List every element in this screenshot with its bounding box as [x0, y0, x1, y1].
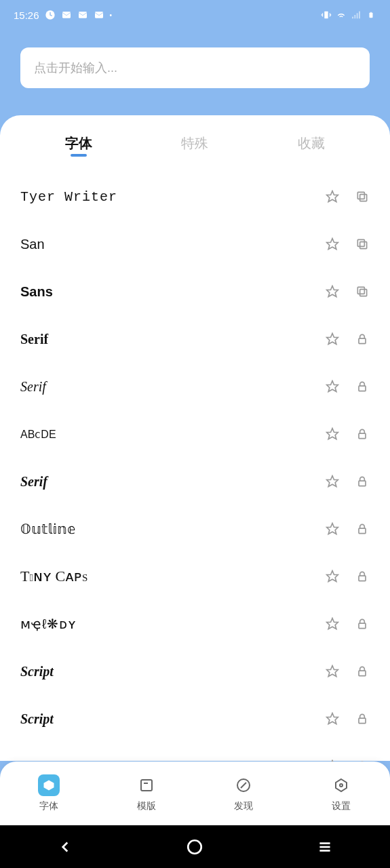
font-name: San — [20, 237, 45, 252]
font-row[interactable]: 𝕆𝕦𝕥𝕝𝕚𝕟𝕖 — [20, 505, 370, 553]
star-icon[interactable] — [325, 332, 340, 347]
lock-icon[interactable] — [355, 616, 370, 631]
svg-marker-46 — [336, 779, 347, 791]
font-name: Tyer Writer — [20, 189, 117, 205]
star-icon[interactable] — [325, 521, 340, 536]
nav-templates-icon — [136, 774, 157, 796]
lock-icon[interactable] — [355, 474, 370, 489]
svg-rect-15 — [360, 242, 367, 249]
font-row[interactable]: Serif — [20, 363, 370, 410]
lock-icon[interactable] — [355, 379, 370, 394]
nav-fonts[interactable]: T 字体 — [38, 774, 60, 812]
lock-icon[interactable] — [355, 332, 370, 347]
svg-rect-27 — [359, 481, 366, 486]
nav-settings[interactable]: 设置 — [330, 774, 352, 812]
star-icon[interactable] — [325, 427, 340, 441]
star-icon[interactable] — [325, 379, 340, 394]
font-actions — [325, 284, 370, 299]
svg-rect-18 — [360, 290, 367, 296]
font-name: ABᴄDE — [20, 428, 56, 441]
status-bar: 15:26 • — [0, 0, 390, 30]
font-actions — [325, 616, 370, 631]
nav-templates-label: 模版 — [137, 800, 156, 812]
font-name: Serif — [20, 332, 48, 347]
svg-rect-4 — [324, 12, 328, 19]
copy-icon[interactable] — [355, 189, 370, 204]
svg-marker-28 — [327, 524, 338, 534]
nav-fonts-label: 字体 — [39, 800, 58, 812]
status-clock-icon — [45, 9, 56, 20]
svg-rect-6 — [354, 15, 355, 18]
font-actions — [325, 569, 370, 584]
font-row[interactable]: Tyer Writer — [20, 173, 370, 220]
vibrate-icon — [321, 9, 332, 20]
search-input[interactable]: 点击开始输入... — [20, 47, 370, 88]
lock-icon[interactable] — [355, 569, 370, 584]
sys-back-button[interactable] — [38, 838, 92, 856]
signal-icon — [351, 9, 362, 20]
sys-recent-button[interactable] — [298, 838, 352, 856]
star-icon[interactable] — [325, 237, 340, 252]
font-row[interactable]: ABᴄDE — [20, 410, 370, 458]
font-row[interactable]: Serif — [20, 315, 370, 363]
font-name: 𝕆𝕦𝕥𝕝𝕚𝕟𝕖 — [20, 521, 75, 537]
nav-fonts-icon: T — [38, 774, 60, 796]
font-name: Sans — [20, 284, 53, 300]
font-row[interactable]: Serif — [20, 458, 370, 505]
font-actions — [325, 664, 370, 679]
font-row[interactable]: ᴍҿℓ❋ᴅʏ — [20, 600, 370, 648]
sys-home-button[interactable] — [168, 838, 222, 856]
copy-icon[interactable] — [355, 237, 370, 252]
tab-special[interactable]: 特殊 — [181, 134, 208, 157]
font-name: Script — [20, 664, 54, 679]
copy-icon[interactable] — [355, 284, 370, 299]
lock-icon[interactable] — [355, 427, 370, 441]
font-actions — [325, 711, 370, 726]
nav-discover-icon — [233, 774, 254, 796]
svg-rect-9 — [370, 13, 373, 18]
nav-settings-label: 设置 — [332, 800, 351, 812]
font-row[interactable]: San — [20, 220, 370, 268]
svg-line-45 — [241, 783, 246, 788]
font-row[interactable]: Script — [20, 695, 370, 743]
tab-favorites[interactable]: 收藏 — [298, 134, 325, 157]
lock-icon[interactable] — [355, 521, 370, 536]
battery-icon — [366, 9, 376, 20]
svg-marker-26 — [327, 476, 338, 487]
font-row[interactable]: Script — [20, 648, 370, 695]
font-name: Serif — [20, 379, 46, 395]
star-icon[interactable] — [325, 664, 340, 679]
star-icon[interactable] — [325, 711, 340, 726]
font-list: Tyer WriterSanSansSerifSerifABᴄDESerif𝕆𝕦… — [0, 166, 390, 790]
lock-icon[interactable] — [355, 664, 370, 679]
star-icon[interactable] — [325, 616, 340, 631]
font-row[interactable]: Tɪɴʏ Cᴀᴘs — [20, 553, 370, 600]
star-icon[interactable] — [325, 189, 340, 204]
svg-text:T: T — [47, 781, 51, 789]
svg-marker-14 — [327, 239, 338, 250]
font-actions — [325, 521, 370, 536]
star-icon[interactable] — [325, 474, 340, 489]
tab-fonts[interactable]: 字体 — [65, 134, 92, 157]
status-mail-icon-2 — [77, 9, 88, 20]
font-row[interactable]: Sans — [20, 268, 370, 315]
status-dot: • — [110, 12, 113, 19]
nav-discover-label: 发现 — [234, 800, 253, 812]
svg-marker-22 — [327, 381, 338, 392]
font-name: Serif — [20, 474, 47, 490]
search-container: 点击开始输入... — [0, 30, 390, 115]
svg-rect-25 — [359, 433, 366, 439]
font-actions — [325, 379, 370, 394]
star-icon[interactable] — [325, 284, 340, 299]
svg-rect-16 — [357, 239, 364, 246]
svg-rect-10 — [370, 12, 372, 13]
nav-discover[interactable]: 发现 — [233, 774, 254, 812]
font-actions — [325, 427, 370, 441]
lock-icon[interactable] — [355, 711, 370, 726]
star-icon[interactable] — [325, 569, 340, 584]
nav-templates[interactable]: 模版 — [136, 774, 157, 812]
svg-rect-21 — [359, 338, 366, 344]
svg-rect-8 — [359, 12, 360, 19]
font-actions — [325, 189, 370, 204]
svg-rect-3 — [95, 12, 103, 18]
